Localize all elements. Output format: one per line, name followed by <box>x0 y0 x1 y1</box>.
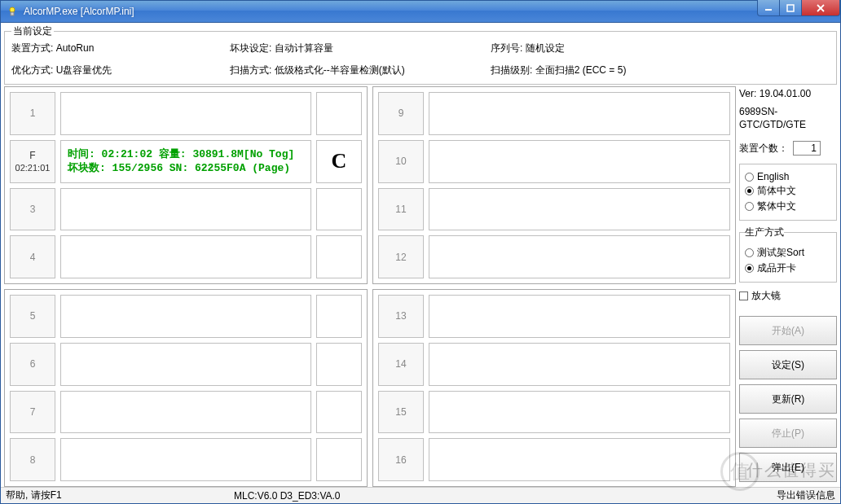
slot-result-cell <box>316 188 362 231</box>
slot-index-label: 3 <box>30 204 36 215</box>
slot-row: 16 <box>378 438 730 481</box>
slot-row: 14 <box>378 343 730 386</box>
radio-icon <box>745 186 754 195</box>
radio-icon <box>745 264 754 273</box>
slot-status-area <box>60 188 311 231</box>
slot-row: 10 <box>378 140 730 183</box>
slot-row: 8 <box>10 438 362 481</box>
window-titlebar: AlcorMP.exe [AlcorMP.ini] <box>0 0 841 23</box>
magnifier-checkbox[interactable]: 放大镜 <box>739 289 837 303</box>
slot-index-button[interactable]: 4 <box>10 235 55 278</box>
slot-status-area <box>429 235 730 278</box>
lang-sc-radio[interactable]: 简体中文 <box>745 184 831 198</box>
slot-status-area <box>429 438 730 481</box>
slot-index-label: 9 <box>398 107 404 119</box>
mode-sort-label: 测试架Sort <box>757 246 804 260</box>
status-right[interactable]: 导出错误信息 <box>777 489 835 502</box>
production-mode-group: 生产方式 测试架Sort 成品开卡 <box>739 226 837 283</box>
mode-card-label: 成品开卡 <box>757 261 796 275</box>
slot-index-button[interactable]: 16 <box>378 438 424 481</box>
slot-index-label: F <box>29 150 35 161</box>
slot-index-button[interactable]: 13 <box>378 295 424 338</box>
svg-rect-3 <box>787 5 794 11</box>
close-button[interactable] <box>801 0 840 16</box>
client-area: 当前设定 装置方式: AutoRun 优化方式: U盘容量优先 坏块设定: 自 <box>0 23 841 504</box>
slot-index-button[interactable]: 6 <box>10 343 55 386</box>
install-mode-label: 装置方式: <box>11 42 53 55</box>
slot-status-area <box>60 438 311 481</box>
slot-index-button[interactable]: 5 <box>10 295 55 338</box>
slot-index-label: 16 <box>395 454 406 466</box>
checkbox-icon <box>739 291 748 300</box>
mode-card-radio[interactable]: 成品开卡 <box>745 261 831 275</box>
slot-index-button[interactable]: 8 <box>10 438 55 481</box>
slot-status-area <box>60 343 311 386</box>
slot-result-cell: C <box>316 140 362 183</box>
version-value: 19.04.01.00 <box>760 88 811 99</box>
svg-rect-1 <box>11 12 14 15</box>
slot-row: 3 <box>10 188 362 231</box>
slot-index-label: 7 <box>30 406 36 418</box>
scanlevel-value: 全面扫描2 (ECC = 5) <box>535 64 627 77</box>
optimize-mode-label: 优化方式: <box>11 64 53 77</box>
slot-row: 15 <box>378 391 730 434</box>
slot-index-label: 1 <box>30 107 36 119</box>
device-count-value: 1 <box>793 141 821 156</box>
radio-icon <box>745 202 754 211</box>
stop-button[interactable]: 停止(P) <box>739 419 837 448</box>
slot-quadrant: 1F02:21:01时间: 02:21:02 容量: 30891.8M[No T… <box>4 86 368 284</box>
eject-button[interactable]: 弹出(E) <box>739 453 837 482</box>
setup-button[interactable]: 设定(S) <box>739 350 837 379</box>
slot-status-area <box>429 92 730 135</box>
lang-english-radio[interactable]: English <box>745 171 831 182</box>
install-mode-value: AutoRun <box>56 42 95 54</box>
slot-index-button[interactable]: 7 <box>10 391 55 434</box>
slot-index-label: 8 <box>30 454 36 466</box>
slot-elapsed-time: 02:21:01 <box>15 163 51 173</box>
slot-index-button[interactable]: 9 <box>378 92 424 135</box>
slot-index-button[interactable]: 10 <box>378 140 424 183</box>
slot-index-button[interactable]: F02:21:01 <box>10 140 55 183</box>
slot-index-label: 11 <box>395 204 406 215</box>
current-settings-group: 当前设定 装置方式: AutoRun 优化方式: U盘容量优先 坏块设定: 自 <box>4 24 837 85</box>
slot-index-button[interactable]: 1 <box>10 92 55 135</box>
refresh-button[interactable]: 更新(R) <box>739 384 837 414</box>
slot-status-area <box>60 92 311 135</box>
slot-row: 6 <box>10 343 362 386</box>
status-help: 帮助, 请按F1 <box>6 489 234 502</box>
slot-status-area <box>429 391 730 434</box>
app-icon <box>6 5 19 18</box>
slot-index-button[interactable]: 3 <box>10 188 55 231</box>
status-bar: 帮助, 请按F1 MLC:V6.0 D3_ED3:VA.0 导出错误信息 <box>1 487 840 503</box>
slot-status-area <box>429 343 730 386</box>
optimize-mode-value: U盘容量优先 <box>56 64 112 77</box>
slot-status-area <box>60 295 311 338</box>
version-label: Ver: <box>739 88 756 99</box>
badblock-label: 坏块设定: <box>230 42 271 55</box>
lang-tc-radio[interactable]: 繁体中文 <box>745 199 831 213</box>
slot-row: F02:21:01时间: 02:21:02 容量: 30891.8M[No To… <box>10 140 362 183</box>
slot-result-cell <box>316 235 362 278</box>
slot-status-line: 时间: 02:21:02 容量: 30891.8M[No Tog] <box>68 147 304 162</box>
production-mode-legend: 生产方式 <box>745 226 784 239</box>
maximize-button[interactable] <box>779 0 802 16</box>
status-mid: MLC:V6.0 D3_ED3:VA.0 <box>234 490 777 502</box>
start-button[interactable]: 开始(A) <box>739 316 837 345</box>
svg-point-0 <box>10 7 15 12</box>
slot-result-cell <box>316 295 362 338</box>
slot-index-button[interactable]: 12 <box>378 235 424 278</box>
window-buttons <box>758 0 840 16</box>
slot-status-area <box>429 295 730 338</box>
slot-quadrant: 9101112 <box>372 86 736 284</box>
slot-index-label: 6 <box>30 358 36 370</box>
slot-result-cell <box>316 343 362 386</box>
slot-row: 5 <box>10 295 362 338</box>
minimize-button[interactable] <box>757 0 780 16</box>
slot-index-button[interactable]: 14 <box>378 343 424 386</box>
slot-index-button[interactable]: 15 <box>378 391 424 434</box>
window-title: AlcorMP.exe [AlcorMP.ini] <box>24 6 134 17</box>
slot-index-button[interactable]: 11 <box>378 188 424 231</box>
slot-status-line: 坏块数: 155/2956 SN: 62255F0A (Page) <box>68 161 304 176</box>
slot-index-label: 5 <box>30 310 36 322</box>
mode-sort-radio[interactable]: 测试架Sort <box>745 246 831 260</box>
